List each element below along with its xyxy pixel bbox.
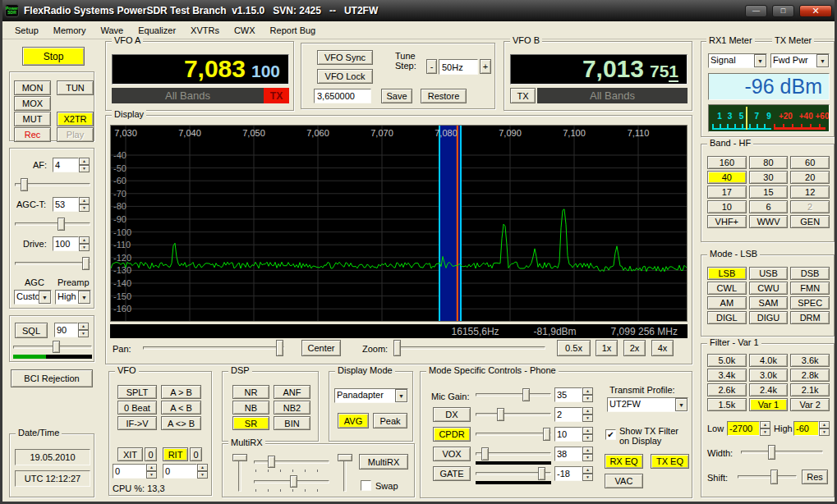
cpdr-button[interactable]: CPDR [433,427,471,442]
spin-down-icon[interactable]: ▼ [197,471,208,479]
filter-width-slider[interactable] [741,445,823,460]
tx-meter-select[interactable]: Fwd Pwr▼ [770,53,830,68]
menu-cwx[interactable]: CWX [227,23,263,38]
filter-var2-button[interactable]: Var 2 [790,398,830,411]
filter-50k-button[interactable]: 5.0k [707,354,747,367]
xit-clear-button[interactable]: 0 [145,447,157,461]
mode-lsb-button[interactable]: LSB [707,267,747,280]
filter-21k-button[interactable]: 2.1k [790,383,830,396]
save-button[interactable]: Save [381,89,412,103]
rit-stepper[interactable]: 0 ▲▼ [163,464,208,479]
mode-am-button[interactable]: AM [707,296,747,309]
tun-button[interactable]: TUN [57,80,94,95]
vox-slider[interactable] [476,447,551,460]
tune-step-down-button[interactable]: - [426,59,437,74]
rit-button[interactable]: RIT [163,447,188,461]
zoom-2x-button[interactable]: 2x [623,340,646,356]
dropdown-arrow-icon[interactable]: ▼ [816,54,829,67]
spin-up-icon[interactable]: ▲ [79,236,90,244]
filter-36k-button[interactable]: 3.6k [790,354,830,367]
nr-button[interactable]: NR [232,385,269,399]
peak-button[interactable]: Peak [373,413,407,428]
xit-stepper[interactable]: 0 ▲▼ [113,464,157,479]
gate-button[interactable]: GATE [433,466,471,481]
vac-button[interactable]: VAC [605,474,643,488]
band-40-button[interactable]: 40 [707,171,747,184]
drive-stepper[interactable]: 100 ▲▼ [53,236,90,251]
spin-down-icon[interactable]: ▼ [146,471,157,479]
mic-gain-slider[interactable] [476,388,551,401]
swap-checkbox[interactable] [361,480,371,491]
vox-button[interactable]: VOX [433,447,471,461]
mut-button[interactable]: MUT [14,112,51,126]
spin-up-icon[interactable]: ▲ [582,466,593,474]
band-160-button[interactable]: 160 [707,156,747,169]
rx1-meter-select[interactable]: Signal▼ [708,53,767,68]
band-30-button[interactable]: 30 [749,171,789,184]
filter-40k-button[interactable]: 4.0k [749,354,789,367]
b-to-a-button[interactable]: A < B [161,401,201,415]
vfo-a-tx-indicator[interactable]: TX [264,88,289,103]
filter-30k-button[interactable]: 3.0k [749,369,789,382]
show-tx-filter-checkbox[interactable]: ✔ [605,429,616,440]
sql-stepper[interactable]: 90 ▲▼ [54,323,89,337]
avg-button[interactable]: AVG [338,413,369,428]
tx-eq-button[interactable]: TX EQ [651,454,689,469]
filter-low-stepper[interactable]: -2700 ▲▼ [727,421,770,436]
agc-select[interactable]: Custom▼ [14,290,52,305]
x2tr-button[interactable]: X2TR [57,112,94,126]
vox-stepper[interactable]: 38 ▲▼ [554,447,593,461]
spin-down-icon[interactable]: ▼ [582,434,593,442]
preamp-select[interactable]: High▼ [55,290,91,305]
mode-cwu-button[interactable]: CWU [749,282,789,295]
mox-button[interactable]: MOX [14,96,51,111]
zoom-1x-button[interactable]: 1x [596,340,618,356]
agct-stepper[interactable]: 53 ▲▼ [53,197,90,212]
split-button[interactable]: SPLT [117,385,157,399]
mon-button[interactable]: MON [14,80,51,95]
spin-up-icon[interactable]: ▲ [78,323,89,330]
transmit-profile-select[interactable]: UT2FW▼ [607,397,688,412]
rit-clear-button[interactable]: 0 [190,447,202,461]
zoom-4x-button[interactable]: 4x [651,340,674,356]
mode-digu-button[interactable]: DIGU [749,311,789,324]
band-gen-button[interactable]: GEN [790,215,830,228]
band-80-button[interactable]: 80 [749,156,789,169]
spin-down-icon[interactable]: ▼ [79,165,90,172]
af-stepper[interactable]: 4 ▲▼ [53,158,90,172]
mode-drm-button[interactable]: DRM [790,311,830,324]
filter-15k-button[interactable]: 1.5k [707,398,747,411]
mode-dsb-button[interactable]: DSB [790,267,830,280]
spin-up-icon[interactable]: ▲ [760,421,770,428]
filter-shift-slider[interactable] [738,470,797,484]
mode-digl-button[interactable]: DIGL [707,311,747,324]
play-button[interactable]: Play [57,127,94,142]
spin-down-icon[interactable]: ▼ [79,244,90,251]
spin-down-icon[interactable]: ▼ [582,474,593,481]
filter-24k-button[interactable]: 2.4k [749,383,789,396]
mode-cwl-button[interactable]: CWL [707,282,747,295]
if-to-vfo-button[interactable]: IF->V [117,416,157,430]
dropdown-arrow-icon[interactable]: ▼ [78,291,90,304]
gate-stepper[interactable]: -18 ▲▼ [554,466,593,481]
a-swap-b-button[interactable]: A <> B [161,416,201,430]
mode-sam-button[interactable]: SAM [749,296,789,309]
band-20-button[interactable]: 20 [790,171,830,184]
display-mode-select[interactable]: Panadapter▼ [334,388,408,403]
vfo-a-frequency-display[interactable]: 7,083 100 [112,54,289,85]
zero-beat-button[interactable]: 0 Beat [117,401,157,415]
spin-up-icon[interactable]: ▲ [582,447,593,454]
multirx-gain-slider[interactable] [254,475,329,488]
gate-slider[interactable] [476,467,551,480]
dx-stepper[interactable]: 2 ▲▼ [554,407,593,422]
vfo-b-tx-button[interactable]: TX [510,88,536,103]
af-slider[interactable] [15,178,90,191]
bin-button[interactable]: BIN [274,416,310,430]
spin-down-icon[interactable]: ▼ [582,454,593,461]
filter-shift-reset-button[interactable]: Res [802,470,828,484]
vfo-lock-button[interactable]: VFO Lock [317,69,373,84]
multirx-pan-slider[interactable] [254,456,329,468]
filter-26k-button[interactable]: 2.6k [707,383,747,396]
spin-down-icon[interactable]: ▼ [78,330,89,337]
cpdr-stepper[interactable]: 10 ▲▼ [554,427,593,442]
